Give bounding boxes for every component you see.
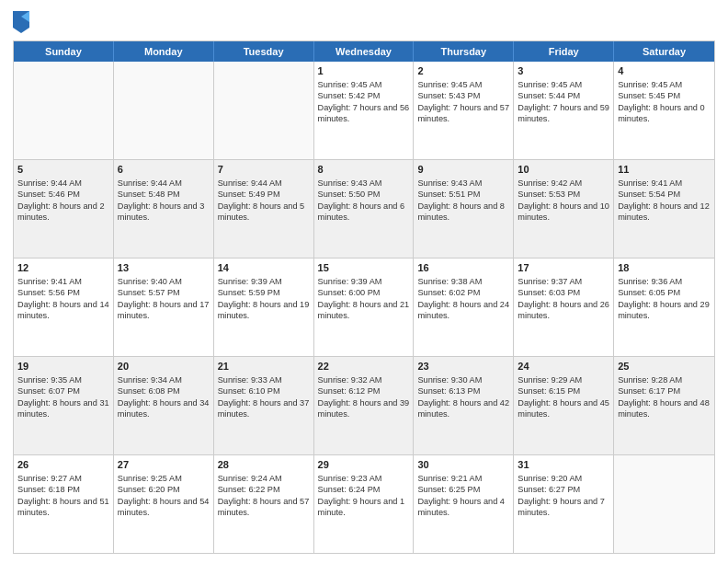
daylight-text: Daylight: 7 hours and 56 minutes. [318, 103, 410, 123]
cal-cell-r1-c3: 8Sunrise: 9:43 AMSunset: 5:50 PMDaylight… [314, 160, 415, 258]
cal-cell-r1-c5: 10Sunrise: 9:42 AMSunset: 5:53 PMDayligh… [514, 160, 614, 258]
cal-cell-r3-c1: 20Sunrise: 9:34 AMSunset: 6:08 PMDayligh… [114, 357, 214, 454]
cal-cell-r2-c5: 17Sunrise: 9:37 AMSunset: 6:03 PMDayligh… [514, 259, 614, 356]
sunrise-text: Sunrise: 9:29 AM [518, 375, 582, 385]
sunset-text: Sunset: 6:24 PM [318, 485, 381, 494]
day-number: 30 [417, 458, 509, 472]
sunrise-text: Sunrise: 9:36 AM [618, 277, 682, 286]
sunrise-text: Sunrise: 9:27 AM [17, 474, 82, 483]
sunset-text: Sunset: 5:44 PM [518, 91, 580, 100]
cal-cell-r3-c3: 22Sunrise: 9:32 AMSunset: 6:12 PMDayligh… [314, 357, 415, 454]
cal-cell-r4-c3: 29Sunrise: 9:23 AMSunset: 6:24 PMDayligh… [314, 455, 415, 553]
sunset-text: Sunset: 5:54 PM [618, 190, 680, 199]
cal-cell-r3-c0: 19Sunrise: 9:35 AMSunset: 6:07 PMDayligh… [14, 357, 114, 454]
calendar-row-3: 19Sunrise: 9:35 AMSunset: 6:07 PMDayligh… [14, 356, 714, 454]
sunrise-text: Sunrise: 9:24 AM [218, 474, 282, 483]
day-number: 1 [318, 64, 410, 78]
sunset-text: Sunset: 5:43 PM [417, 91, 480, 100]
sunrise-text: Sunrise: 9:38 AM [417, 277, 482, 286]
sunset-text: Sunset: 6:02 PM [417, 288, 480, 297]
daylight-text: Daylight: 8 hours and 37 minutes. [218, 398, 310, 419]
calendar-row-4: 26Sunrise: 9:27 AMSunset: 6:18 PMDayligh… [14, 454, 714, 553]
sunrise-text: Sunrise: 9:39 AM [218, 277, 282, 286]
cal-cell-r4-c1: 27Sunrise: 9:25 AMSunset: 6:20 PMDayligh… [114, 455, 214, 553]
daylight-text: Daylight: 9 hours and 4 minutes. [417, 497, 505, 517]
weekday-header-tuesday: Tuesday [214, 41, 314, 62]
daylight-text: Daylight: 8 hours and 5 minutes. [218, 201, 305, 222]
daylight-text: Daylight: 8 hours and 42 minutes. [417, 398, 509, 419]
day-number: 28 [218, 458, 310, 472]
day-number: 25 [618, 360, 711, 373]
sunset-text: Sunset: 5:50 PM [318, 190, 381, 199]
daylight-text: Daylight: 8 hours and 45 minutes. [518, 398, 609, 419]
day-number: 20 [118, 360, 210, 373]
cal-cell-r0-c3: 1Sunrise: 9:45 AMSunset: 5:42 PMDaylight… [314, 62, 415, 159]
daylight-text: Daylight: 8 hours and 12 minutes. [618, 201, 710, 222]
sunset-text: Sunset: 6:03 PM [518, 288, 580, 297]
day-number: 2 [417, 64, 509, 78]
cal-cell-r0-c0 [14, 62, 114, 159]
sunrise-text: Sunrise: 9:28 AM [618, 375, 682, 385]
cal-cell-r3-c6: 25Sunrise: 9:28 AMSunset: 6:17 PMDayligh… [614, 357, 714, 454]
sunrise-text: Sunrise: 9:44 AM [17, 178, 82, 188]
daylight-text: Daylight: 8 hours and 14 minutes. [17, 300, 109, 320]
sunrise-text: Sunrise: 9:45 AM [417, 80, 482, 89]
sunset-text: Sunset: 6:05 PM [618, 288, 680, 297]
day-number: 12 [17, 261, 109, 275]
sunrise-text: Sunrise: 9:21 AM [417, 474, 482, 483]
cal-cell-r4-c4: 30Sunrise: 9:21 AMSunset: 6:25 PMDayligh… [414, 455, 514, 553]
weekday-header-sunday: Sunday [14, 41, 114, 62]
cal-cell-r0-c6: 4Sunrise: 9:45 AMSunset: 5:45 PMDaylight… [614, 62, 714, 159]
day-number: 4 [618, 64, 711, 78]
header [13, 9, 715, 33]
sunset-text: Sunset: 6:15 PM [518, 386, 580, 396]
daylight-text: Daylight: 7 hours and 57 minutes. [417, 103, 509, 123]
day-number: 7 [218, 163, 310, 177]
sunset-text: Sunset: 6:13 PM [417, 386, 480, 396]
sunset-text: Sunset: 5:46 PM [17, 190, 80, 199]
calendar-body: 1Sunrise: 9:45 AMSunset: 5:42 PMDaylight… [14, 62, 714, 553]
sunrise-text: Sunrise: 9:30 AM [417, 375, 482, 385]
day-number: 31 [518, 458, 609, 472]
daylight-text: Daylight: 9 hours and 7 minutes. [518, 497, 605, 517]
day-number: 5 [17, 163, 109, 177]
weekday-header-saturday: Saturday [614, 41, 714, 62]
sunrise-text: Sunrise: 9:45 AM [518, 80, 582, 89]
sunrise-text: Sunrise: 9:23 AM [318, 474, 382, 483]
daylight-text: Daylight: 8 hours and 21 minutes. [318, 300, 410, 320]
day-number: 19 [17, 360, 109, 373]
sunset-text: Sunset: 5:45 PM [618, 91, 680, 100]
sunrise-text: Sunrise: 9:35 AM [17, 375, 82, 385]
day-number: 14 [218, 261, 310, 275]
cal-cell-r0-c1 [114, 62, 214, 159]
day-number: 22 [318, 360, 410, 373]
sunset-text: Sunset: 6:12 PM [318, 386, 381, 396]
daylight-text: Daylight: 8 hours and 0 minutes. [618, 103, 705, 123]
daylight-text: Daylight: 8 hours and 48 minutes. [618, 398, 710, 419]
daylight-text: Daylight: 8 hours and 2 minutes. [17, 201, 105, 222]
cal-cell-r1-c0: 5Sunrise: 9:44 AMSunset: 5:46 PMDaylight… [14, 160, 114, 258]
sunset-text: Sunset: 5:56 PM [17, 288, 80, 297]
sunset-text: Sunset: 6:10 PM [218, 386, 280, 396]
sunrise-text: Sunrise: 9:25 AM [118, 474, 182, 483]
sunrise-text: Sunrise: 9:44 AM [118, 178, 182, 188]
sunrise-text: Sunrise: 9:34 AM [118, 375, 182, 385]
day-number: 6 [118, 163, 210, 177]
daylight-text: Daylight: 8 hours and 51 minutes. [17, 497, 109, 517]
sunset-text: Sunset: 5:53 PM [518, 190, 580, 199]
sunrise-text: Sunrise: 9:45 AM [318, 80, 382, 89]
daylight-text: Daylight: 7 hours and 59 minutes. [518, 103, 609, 123]
daylight-text: Daylight: 9 hours and 1 minute. [318, 497, 405, 517]
cal-cell-r4-c6 [614, 455, 714, 553]
day-number: 9 [417, 163, 509, 177]
day-number: 18 [618, 261, 711, 275]
sunset-text: Sunset: 6:18 PM [17, 485, 80, 494]
sunrise-text: Sunrise: 9:43 AM [318, 178, 382, 188]
sunset-text: Sunset: 6:17 PM [618, 386, 680, 396]
cal-cell-r2-c2: 14Sunrise: 9:39 AMSunset: 5:59 PMDayligh… [214, 259, 314, 356]
cal-cell-r3-c4: 23Sunrise: 9:30 AMSunset: 6:13 PMDayligh… [414, 357, 514, 454]
day-number: 10 [518, 163, 609, 177]
sunrise-text: Sunrise: 9:43 AM [417, 178, 482, 188]
cal-cell-r2-c3: 15Sunrise: 9:39 AMSunset: 6:00 PMDayligh… [314, 259, 415, 356]
weekday-header-monday: Monday [114, 41, 214, 62]
